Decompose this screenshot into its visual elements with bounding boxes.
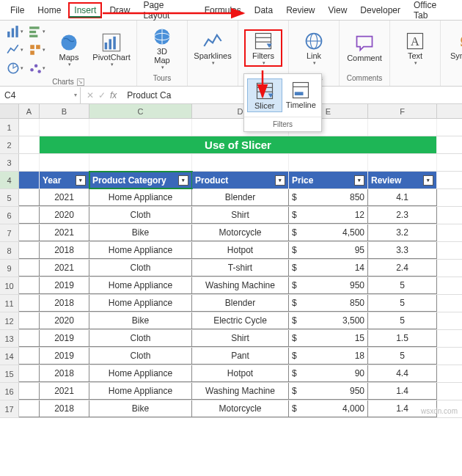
cell-F6[interactable]: 2.3 — [368, 207, 437, 224]
chart-type-1[interactable]: ▾ — [6, 23, 23, 40]
col-header-F[interactable]: F — [368, 104, 437, 118]
cell-D16[interactable]: Washing Machine — [192, 383, 289, 400]
cell-E6[interactable]: $12 — [289, 207, 368, 224]
cell-C6[interactable]: Cloth — [89, 207, 192, 224]
cell-A17[interactable] — [19, 400, 40, 417]
cell-F4[interactable]: Review▾ — [368, 172, 437, 188]
cell-D15[interactable]: Hotpot — [192, 365, 289, 382]
chart-type-3[interactable]: ▾ — [6, 60, 23, 76]
cell-B4[interactable]: Year▾ — [40, 172, 89, 188]
cell-D6[interactable]: Shirt — [192, 207, 289, 224]
maps-button[interactable]: Maps ▾ — [50, 31, 88, 69]
row-header-1[interactable]: 1 — [0, 119, 19, 136]
row-header-14[interactable]: 14 — [0, 348, 19, 365]
cell-B10[interactable]: 2019 — [40, 277, 89, 294]
tab-review[interactable]: Review — [280, 2, 320, 18]
link-button[interactable]: Link ▾ — [295, 29, 333, 67]
cell-A11[interactable] — [19, 295, 40, 312]
tab-insert[interactable]: Insert — [68, 2, 102, 18]
cell-A7[interactable] — [19, 224, 40, 241]
row-header-10[interactable]: 10 — [0, 277, 19, 294]
cell-C16[interactable]: Home Appliance — [89, 383, 192, 400]
cell-E4[interactable]: Price▾ — [289, 172, 368, 188]
row-header-11[interactable]: 11 — [0, 295, 19, 312]
cell-B8[interactable]: 2018 — [40, 242, 89, 259]
sparklines-button[interactable]: Sparklines ▾ — [194, 29, 232, 67]
cell-D3[interactable] — [192, 154, 289, 171]
cell-C12[interactable]: Bike — [89, 312, 192, 329]
tab-view[interactable]: View — [323, 2, 353, 18]
worksheet[interactable]: A B C D E F 12Use of Slicer34Year▾Produc… — [0, 104, 462, 418]
tab-page-layout[interactable]: Page Layout — [137, 0, 197, 23]
cell-B12[interactable]: 2020 — [40, 312, 89, 329]
cell-C13[interactable]: Cloth — [89, 330, 192, 347]
tab-draw[interactable]: Draw — [103, 2, 136, 18]
cell-F11[interactable]: 5 — [368, 295, 437, 312]
cell-D8[interactable]: Hotpot — [192, 242, 289, 259]
cell-F10[interactable]: 5 — [368, 277, 437, 294]
cell-C11[interactable]: Home Appliance — [89, 295, 192, 312]
cell-A8[interactable] — [19, 242, 40, 259]
cell-C10[interactable]: Home Appliance — [89, 277, 192, 294]
tab-office-tab[interactable]: Office Tab — [408, 0, 458, 23]
cell-F3[interactable] — [368, 154, 437, 171]
cell-D5[interactable]: Blender — [192, 189, 289, 206]
cell-F9[interactable]: 2.4 — [368, 260, 437, 277]
chart-type-6[interactable]: ▾ — [28, 60, 45, 76]
row-header-6[interactable]: 6 — [0, 207, 19, 224]
cell-D17[interactable]: Motorcycle — [192, 400, 289, 417]
enter-icon[interactable]: ✓ — [98, 90, 106, 100]
cell-B5[interactable]: 2021 — [40, 189, 89, 206]
row-header-17[interactable]: 17 — [0, 400, 19, 417]
cell-A16[interactable] — [19, 383, 40, 400]
cell-C17[interactable]: Bike — [89, 400, 192, 417]
3d-map-button[interactable]: 3D Map ▾ — [143, 25, 181, 72]
select-all-corner[interactable] — [0, 104, 19, 118]
row-header-7[interactable]: 7 — [0, 224, 19, 241]
row-header-2[interactable]: 2 — [0, 136, 19, 153]
cell-B15[interactable]: 2018 — [40, 365, 89, 382]
cell-C15[interactable]: Home Appliance — [89, 365, 192, 382]
chart-type-2[interactable]: ▾ — [6, 42, 23, 58]
tab-file[interactable]: File — [4, 2, 30, 18]
cell-C14[interactable]: Cloth — [89, 348, 192, 365]
cell-E15[interactable]: $90 — [289, 365, 368, 382]
cell-A14[interactable] — [19, 348, 40, 365]
cell-A2[interactable] — [19, 136, 40, 153]
text-button[interactable]: A Text ▾ — [396, 29, 434, 67]
tab-developer[interactable]: Developer — [354, 2, 406, 18]
tab-formulas[interactable]: Formulas — [199, 2, 247, 18]
cell-A5[interactable] — [19, 189, 40, 206]
row-header-16[interactable]: 16 — [0, 383, 19, 400]
timeline-option[interactable]: Timeline — [284, 78, 318, 112]
symbols-button[interactable]: Ω Symbols ▾ — [447, 29, 462, 67]
cell-C7[interactable]: Bike — [89, 224, 192, 241]
row-header-8[interactable]: 8 — [0, 242, 19, 259]
row-header-9[interactable]: 9 — [0, 260, 19, 277]
cell-D12[interactable]: Electric Cycle — [192, 312, 289, 329]
cell-A12[interactable] — [19, 312, 40, 329]
tab-data[interactable]: Data — [249, 2, 279, 18]
cell-E7[interactable]: $4,500 — [289, 224, 368, 241]
cell-A9[interactable] — [19, 260, 40, 277]
cell-A4[interactable] — [19, 172, 40, 188]
cell-A13[interactable] — [19, 330, 40, 347]
row-header-5[interactable]: 5 — [0, 189, 19, 206]
cell-B7[interactable]: 2021 — [40, 224, 89, 241]
cell-F8[interactable]: 3.3 — [368, 242, 437, 259]
cell-A1[interactable] — [19, 119, 40, 136]
title-banner[interactable]: Use of Slicer — [40, 136, 437, 153]
filters-button[interactable]: Filters ▾ — [244, 29, 282, 67]
col-header-C[interactable]: C — [89, 104, 192, 118]
pivotchart-button[interactable]: PivotChart ▾ — [92, 31, 131, 69]
charts-dialog-launcher[interactable]: ↘ — [77, 78, 84, 86]
chart-type-5[interactable]: ▾ — [28, 42, 45, 58]
chart-type-4[interactable]: ▾ — [28, 23, 45, 40]
grid[interactable]: 12Use of Slicer34Year▾Product Category▾P… — [0, 119, 462, 418]
col-header-A[interactable]: A — [19, 104, 40, 118]
filter-dropdown-icon[interactable]: ▾ — [423, 175, 433, 186]
cell-B17[interactable]: 2018 — [40, 400, 89, 417]
cell-F13[interactable]: 1.5 — [368, 330, 437, 347]
cell-F15[interactable]: 4.4 — [368, 365, 437, 382]
cell-B14[interactable]: 2019 — [40, 348, 89, 365]
